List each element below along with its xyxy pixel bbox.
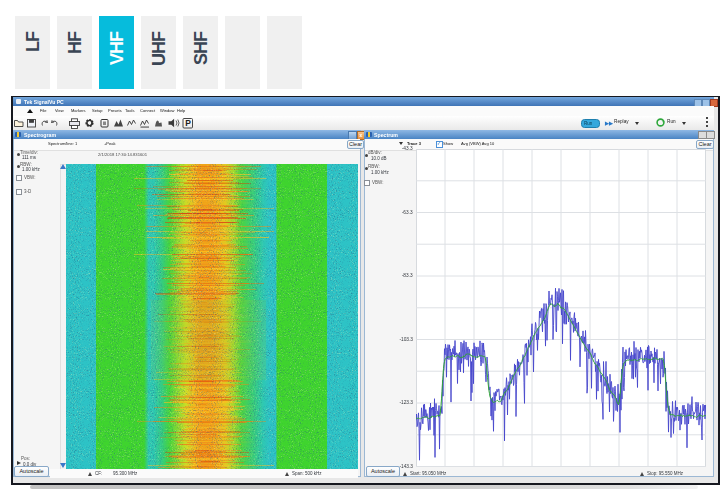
svg-text:P: P <box>185 118 191 128</box>
